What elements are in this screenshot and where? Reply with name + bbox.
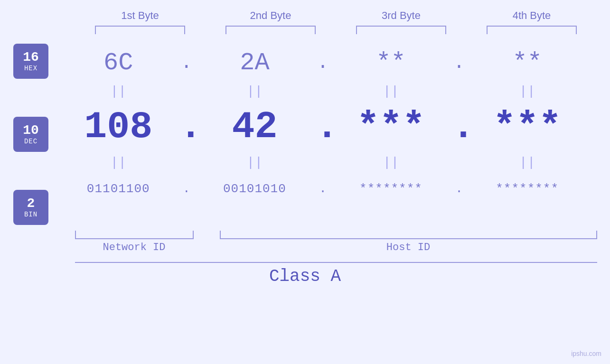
- byte-headers: 1st Byte 2nd Byte 3rd Byte 4th Byte: [75, 9, 597, 22]
- byte2-header: 2nd Byte: [218, 9, 323, 22]
- host-id-label: Host ID: [220, 242, 597, 253]
- hex-badge-number: 16: [23, 50, 39, 65]
- dec-b2: 42: [232, 105, 277, 149]
- class-line: [75, 262, 597, 263]
- dec-b2-cell: 42: [202, 105, 307, 149]
- class-label: Class A: [269, 267, 341, 286]
- dec-b3-cell: ***: [339, 105, 443, 149]
- rows-container: 16 HEX 10 DEC 2 BIN 6C .: [0, 39, 610, 230]
- bin-b4: ********: [496, 182, 559, 196]
- hex-b3-cell: **: [339, 49, 443, 77]
- eq1-b3: ||: [339, 84, 443, 99]
- dec-row: 108 . 42 . *** . ***: [62, 101, 584, 153]
- dec-b4-cell: ***: [475, 105, 580, 149]
- bin-b2: 00101010: [223, 182, 286, 196]
- equals-row-2: || || || ||: [62, 153, 584, 172]
- bin-dot2: .: [316, 182, 330, 196]
- hex-badge: 16 HEX: [13, 44, 48, 79]
- byte3-header: 3rd Byte: [349, 9, 453, 22]
- hex-b1: 6C: [103, 49, 133, 77]
- bin-b1-cell: 01101100: [66, 182, 170, 196]
- eq1-b4: ||: [475, 84, 580, 99]
- badge-column: 16 HEX 10 DEC 2 BIN: [0, 39, 62, 230]
- dec-badge: 10 DEC: [13, 117, 48, 152]
- eq2-b1: ||: [66, 155, 170, 170]
- bin-b4-cell: ********: [475, 182, 580, 196]
- hex-b3: **: [376, 49, 405, 77]
- bin-b2-cell: 00101010: [202, 182, 307, 196]
- top-bracket-row: [75, 26, 597, 34]
- byte4-header: 4th Byte: [479, 9, 584, 22]
- watermark: ipshu.com: [571, 350, 601, 357]
- bin-b3: ********: [359, 182, 422, 196]
- host-bracket: [220, 231, 597, 239]
- bin-b3-cell: ********: [339, 182, 443, 196]
- hex-dot1: .: [179, 52, 194, 74]
- class-label-row: Class A: [0, 267, 610, 286]
- hex-b4-cell: **: [475, 49, 580, 77]
- dec-b1: 108: [84, 105, 152, 149]
- byte1-header: 1st Byte: [88, 9, 192, 22]
- bottom-bracket-row: [75, 231, 597, 239]
- eq2-b2: ||: [202, 155, 307, 170]
- bin-badge-number: 2: [27, 196, 35, 211]
- rows-right: 6C . 2A . ** . ** || ||: [62, 39, 610, 230]
- dec-b1-cell: 108: [66, 105, 170, 149]
- main-container: 1st Byte 2nd Byte 3rd Byte 4th Byte 16 H…: [0, 0, 610, 364]
- hex-badge-label: HEX: [24, 65, 38, 72]
- dec-badge-number: 10: [23, 123, 39, 138]
- eq2-b3: ||: [339, 155, 443, 170]
- eq1-b2: ||: [202, 84, 307, 99]
- dec-b3: ***: [357, 105, 425, 149]
- top-bracket-3: [356, 26, 446, 34]
- id-labels: Network ID Host ID: [75, 242, 597, 253]
- eq2-b4: ||: [475, 155, 580, 170]
- dec-b4: ***: [493, 105, 562, 149]
- eq1-b1: ||: [66, 84, 170, 99]
- network-id-label: Network ID: [75, 242, 194, 253]
- hex-b2: 2A: [240, 49, 269, 77]
- top-bracket-1: [95, 26, 185, 34]
- bin-b1: 01101100: [87, 182, 150, 196]
- hex-b1-cell: 6C: [66, 49, 170, 77]
- top-bracket-4: [487, 26, 577, 34]
- bin-badge-label: BIN: [24, 211, 38, 218]
- bin-row: 01101100 . 00101010 . ******** . *******…: [62, 172, 584, 206]
- hex-dot3: .: [452, 52, 466, 74]
- dec-badge-label: DEC: [24, 138, 38, 145]
- hex-row: 6C . 2A . ** . **: [62, 44, 584, 82]
- equals-row-1: || || || ||: [62, 82, 584, 101]
- bin-dot1: .: [179, 182, 194, 196]
- hex-b4: **: [512, 49, 542, 77]
- bin-dot3: .: [452, 182, 466, 196]
- network-bracket: [75, 231, 194, 239]
- dec-dot2: .: [316, 105, 330, 149]
- dec-dot1: .: [179, 105, 194, 149]
- bin-badge: 2 BIN: [13, 190, 48, 225]
- hex-dot2: .: [316, 52, 330, 74]
- hex-b2-cell: 2A: [202, 49, 307, 77]
- top-bracket-2: [225, 26, 316, 34]
- dec-dot3: .: [452, 105, 466, 149]
